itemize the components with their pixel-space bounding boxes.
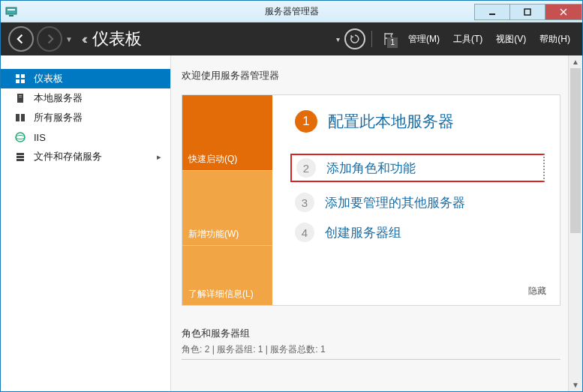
svg-rect-1 <box>8 9 15 10</box>
nav-forward-button[interactable] <box>37 26 62 52</box>
sidebar-item-label: 仪表板 <box>34 72 63 85</box>
svg-rect-11 <box>17 94 23 103</box>
svg-rect-13 <box>19 97 22 97</box>
sidebar-item-label: 本地服务器 <box>34 91 83 105</box>
strip-quickstart[interactable]: 快速启动(Q) <box>182 95 272 170</box>
dashboard-icon <box>14 73 26 85</box>
header-dropdown[interactable]: ▾ <box>336 35 340 43</box>
divider <box>371 31 372 47</box>
scroll-thumb[interactable] <box>570 68 581 233</box>
task-number: 2 <box>296 158 316 178</box>
strip-learnmore[interactable]: 了解详细信息(L) <box>182 245 272 305</box>
sidebar-item-label: 文件和存储服务 <box>34 150 102 163</box>
svg-rect-18 <box>17 153 24 155</box>
svg-rect-19 <box>17 156 24 158</box>
roles-section-heading: 角色和服务器组 <box>182 327 560 340</box>
svg-rect-15 <box>21 114 25 121</box>
svg-rect-12 <box>19 95 22 96</box>
svg-point-16 <box>16 133 25 142</box>
task-label: 添加要管理的其他服务器 <box>325 194 465 211</box>
app-icon <box>5 5 17 17</box>
task-number: 1 <box>295 110 317 133</box>
servers-icon <box>14 112 26 124</box>
nav-history-dropdown[interactable]: ▼ <box>65 35 73 43</box>
svg-point-17 <box>16 136 25 139</box>
svg-rect-2 <box>9 15 14 16</box>
chevron-right-icon: ▸ <box>157 152 161 162</box>
server-icon <box>14 92 26 104</box>
minimize-button[interactable] <box>474 4 510 20</box>
task-add-roles-features[interactable]: 2 添加角色和功能 <box>290 154 545 182</box>
svg-rect-8 <box>21 74 25 78</box>
title-bar: 服务器管理器 <box>1 1 582 22</box>
sidebar: 仪表板 本地服务器 所有服务器 IIS 文件和存储服务 ▸ <box>1 55 171 391</box>
notification-count: 1 <box>387 37 398 48</box>
svg-rect-10 <box>21 79 25 83</box>
scroll-down-arrow[interactable]: ▼ <box>569 379 582 391</box>
sidebar-item-iis[interactable]: IIS <box>1 127 170 147</box>
sidebar-item-file-storage[interactable]: 文件和存储服务 ▸ <box>1 147 170 166</box>
task-create-server-group[interactable]: 4 创建服务器组 <box>295 223 545 242</box>
sidebar-item-dashboard[interactable]: 仪表板 <box>1 69 170 88</box>
nav-back-button[interactable] <box>8 26 34 52</box>
scroll-up-arrow[interactable]: ▲ <box>569 55 582 68</box>
breadcrumb: ‹‹ 仪表板 <box>82 28 142 50</box>
sidebar-item-label: IIS <box>34 132 46 143</box>
breadcrumb-label: 仪表板 <box>92 28 142 50</box>
svg-rect-0 <box>6 7 17 14</box>
quickstart-panel: 快速启动(Q) 新增功能(W) 了解详细信息(L) 1 配置此本地服务器 2 <box>182 94 560 306</box>
menu-view[interactable]: 视图(V) <box>491 33 530 46</box>
sidebar-item-label: 所有服务器 <box>34 111 83 124</box>
maximize-button[interactable] <box>510 4 545 20</box>
close-button[interactable] <box>545 4 582 20</box>
task-number: 4 <box>295 223 314 242</box>
iis-icon <box>14 131 26 143</box>
storage-icon <box>14 151 26 163</box>
sidebar-item-local-server[interactable]: 本地服务器 <box>1 88 170 108</box>
notifications-button[interactable]: 1 <box>378 30 399 48</box>
menu-tools[interactable]: 工具(T) <box>449 33 487 46</box>
strip-whatsnew[interactable]: 新增功能(W) <box>182 170 272 245</box>
svg-rect-7 <box>16 74 20 78</box>
menu-manage[interactable]: 管理(M) <box>404 33 444 46</box>
task-label: 添加角色和功能 <box>326 160 416 177</box>
roles-section-subtitle: 角色: 2 | 服务器组: 1 | 服务器总数: 1 <box>182 343 560 360</box>
svg-rect-4 <box>524 9 530 15</box>
task-configure-server[interactable]: 1 配置此本地服务器 <box>295 110 545 133</box>
welcome-heading: 欢迎使用服务器管理器 <box>182 69 560 82</box>
svg-rect-14 <box>16 114 20 121</box>
refresh-button[interactable] <box>344 28 365 49</box>
svg-rect-20 <box>17 159 24 161</box>
task-number: 3 <box>295 193 314 212</box>
svg-rect-9 <box>16 79 20 83</box>
header-bar: ▼ ‹‹ 仪表板 ▾ 1 管理(M) 工具(T) 视图(V) 帮助(H) <box>1 22 582 55</box>
task-label: 创建服务器组 <box>325 224 401 241</box>
chevron-icon: ‹‹ <box>82 31 85 47</box>
hide-link[interactable]: 隐藏 <box>528 285 546 298</box>
task-add-other-servers[interactable]: 3 添加要管理的其他服务器 <box>295 193 545 212</box>
task-label: 配置此本地服务器 <box>328 111 454 132</box>
sidebar-item-all-servers[interactable]: 所有服务器 <box>1 108 170 127</box>
vertical-scrollbar[interactable]: ▲ ▼ <box>568 55 582 391</box>
menu-help[interactable]: 帮助(H) <box>535 33 575 46</box>
